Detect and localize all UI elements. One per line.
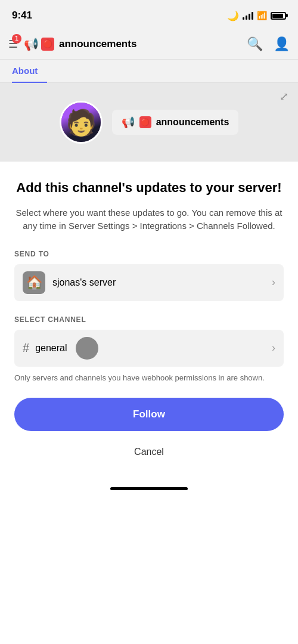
modal-title: Add this channel's updates to your serve… [14, 179, 284, 197]
channel-select-row[interactable]: # general › [14, 330, 284, 367]
tabs-bar: About [0, 60, 298, 83]
wifi-icon: 📶 [257, 11, 267, 20]
moon-icon: 🌙 [227, 10, 239, 21]
server-chevron-icon: › [272, 276, 275, 289]
profile-icon[interactable]: 👤 [274, 36, 290, 52]
megaphone-icon: 📢 [24, 37, 39, 51]
server-select-row[interactable]: 🏠 sjonas's server › [14, 264, 284, 301]
webhook-permissions-note: Only servers and channels you have webho… [14, 373, 284, 383]
channel-name-label: announcements [59, 38, 136, 50]
signal-bars-icon [243, 11, 253, 20]
hamburger-menu-button[interactable]: ☰ 1 [8, 38, 18, 51]
channel-brand-icon: 🔴 [41, 38, 54, 51]
header-right: 🔍 👤 [247, 36, 290, 52]
send-to-label: SEND TO [14, 250, 284, 258]
select-channel-label: SELECT CHANNEL [14, 315, 284, 324]
follow-button[interactable]: Follow [14, 398, 284, 431]
header-left: ☰ 1 📢 🔴 announcements [8, 37, 247, 51]
hash-icon: # [23, 341, 29, 355]
battery-icon [271, 12, 286, 20]
badge-brand-icon: 🔴 [139, 116, 151, 128]
channel-row-name-text: general [35, 343, 67, 354]
home-indicator [110, 487, 188, 490]
modal-content: Add this channel's updates to your serve… [0, 162, 298, 478]
tab-about[interactable]: About [12, 60, 47, 83]
channel-chevron-icon: › [272, 342, 275, 354]
badge-channel-name-text: announcements [156, 117, 229, 128]
modal-description: Select where you want these updates to g… [14, 206, 284, 233]
channel-header-nav: ☰ 1 📢 🔴 announcements 🔍 👤 [0, 29, 298, 60]
badge-megaphone-icon: 📢 [122, 116, 135, 129]
server-name-text: sjonas's server [52, 277, 265, 288]
home-indicator-area [0, 478, 298, 497]
channel-avatar [60, 101, 103, 144]
channel-header-area: ⤢ 📢 🔴 announcements [0, 83, 298, 162]
status-icons: 🌙 📶 [227, 10, 286, 21]
status-time: 9:41 [12, 10, 32, 21]
expand-icon[interactable]: ⤢ [280, 90, 288, 103]
server-icon: 🏠 [23, 271, 45, 294]
channel-toggle[interactable] [76, 337, 98, 360]
notification-badge: 1 [12, 34, 21, 44]
cancel-button[interactable]: Cancel [14, 441, 284, 463]
channel-name-badge: 📢 🔴 announcements [112, 110, 239, 135]
status-bar: 9:41 🌙 📶 [0, 0, 298, 29]
channel-header-content: 📢 🔴 announcements [60, 101, 239, 144]
search-icon[interactable]: 🔍 [247, 36, 263, 52]
